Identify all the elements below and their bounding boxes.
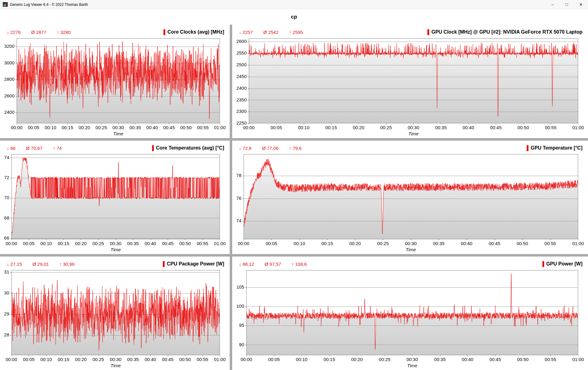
chart-header: ↓ 2257 Ø 2542 ↑ 2595 GPU Clock [MHz] @ G…: [234, 27, 586, 36]
chart-legend: GPU Temperature [°C]: [527, 145, 582, 151]
log-file-name: cp: [291, 14, 297, 20]
charts-grid: ↓ 2276 Ø 2877 ↑ 3280 Core Clocks (avg) […: [0, 25, 588, 370]
chart-legend: GPU Power [W]: [542, 261, 582, 267]
chart-panel-gpu-temperature: ↓ 72,6 Ø 77,06 ↑ 79,6 GPU Temperature [°…: [232, 141, 588, 254]
chart-legend: GPU Clock [MHz] @ GPU [#2]: NVIDIA GeFor…: [427, 29, 582, 35]
chart-header: ↓ 27,15 Ø 29,01 ↑ 30,96 CPU Package Powe…: [2, 259, 227, 268]
file-header: cp: [0, 9, 588, 25]
chart-panel-gpu-clock: ↓ 2257 Ø 2542 ↑ 2595 GPU Clock [MHz] @ G…: [232, 25, 588, 138]
chart-title: CPU Package Power [W]: [167, 261, 224, 267]
chart-panel-core-temperatures: ↓ 66 Ø 70,67 ↑ 74 Core Temperatures (avg…: [0, 141, 230, 254]
stat-avg: Ø 2877: [31, 30, 46, 35]
plot-canvas-cpu-package-power[interactable]: [2, 268, 227, 369]
chart-stats: ↓ 2257 Ø 2542 ↑ 2595: [239, 30, 303, 35]
legend-color-bar: [163, 261, 165, 267]
stat-max: ↑ 2595: [289, 30, 303, 35]
chart-title: Core Clocks (avg) [MHz]: [167, 29, 224, 35]
stat-avg: Ø 29,01: [32, 261, 49, 267]
stat-avg: Ø 2542: [263, 30, 278, 35]
stat-avg: Ø 77,06: [262, 146, 278, 151]
stat-max: ↑ 74: [53, 146, 62, 151]
plot-canvas-core-temperatures[interactable]: [2, 152, 227, 253]
chart-panel-core-clocks: ↓ 2276 Ø 2877 ↑ 3280 Core Clocks (avg) […: [0, 25, 230, 138]
chart-legend: CPU Package Power [W]: [163, 261, 224, 267]
stat-min: ↓ 66: [7, 146, 15, 151]
window-title: Generic Log Viewer 6.4 - © 2022 Thomas B…: [10, 2, 88, 7]
stat-max: ↑ 3280: [57, 30, 71, 35]
app-icon: [3, 2, 8, 7]
chart-header: ↓ 66 Ø 70,67 ↑ 74 Core Temperatures (avg…: [2, 143, 227, 152]
chart-stats: ↓ 27,15 Ø 29,01 ↑ 30,96: [7, 261, 75, 267]
chart-stats: ↓ 66 Ø 70,67 ↑ 74: [7, 146, 62, 151]
chart-header: ↓ 72,6 Ø 77,06 ↑ 79,6 GPU Temperature [°…: [234, 143, 586, 152]
chart-title: GPU Temperature [°C]: [531, 145, 582, 151]
maximize-button[interactable]: □: [560, 0, 574, 9]
plot-canvas-core-clocks[interactable]: [2, 36, 227, 138]
window-titlebar: Generic Log Viewer 6.4 - © 2022 Thomas B…: [0, 0, 588, 9]
stat-min: ↓ 27,15: [7, 261, 22, 267]
stat-avg: Ø 70,67: [26, 146, 42, 151]
legend-color-bar: [163, 29, 165, 35]
stat-max: ↑ 30,96: [60, 261, 75, 267]
stat-max: ↑ 108,6: [292, 261, 307, 267]
chart-stats: ↓ 88,12 Ø 97,57 ↑ 108,6: [239, 261, 307, 267]
plot-canvas-gpu-temperature[interactable]: [234, 152, 586, 253]
chart-title: Core Temperatures (avg) [°C]: [156, 145, 224, 151]
chart-legend: Core Clocks (avg) [MHz]: [163, 29, 224, 35]
legend-color-bar: [427, 29, 429, 35]
chart-panel-gpu-power: ↓ 88,12 Ø 97,57 ↑ 108,6 GPU Power [W]: [232, 257, 588, 370]
chart-title: GPU Clock [MHz] @ GPU [#2]: NVIDIA GeFor…: [431, 29, 582, 35]
stat-min: ↓ 2276: [7, 30, 21, 35]
close-button[interactable]: ✕: [574, 0, 588, 9]
legend-color-bar: [527, 145, 528, 151]
stat-avg: Ø 97,57: [265, 261, 281, 267]
chart-header: ↓ 2276 Ø 2877 ↑ 3280 Core Clocks (avg) […: [2, 27, 227, 36]
chart-stats: ↓ 72,6 Ø 77,06 ↑ 79,6: [239, 146, 302, 151]
chart-header: ↓ 88,12 Ø 97,57 ↑ 108,6 GPU Power [W]: [234, 259, 586, 268]
stat-min: ↓ 88,12: [239, 261, 254, 267]
chart-legend: Core Temperatures (avg) [°C]: [152, 145, 224, 151]
stat-min: ↓ 2257: [239, 30, 253, 35]
stat-min: ↓ 72,6: [239, 146, 252, 151]
minimize-button[interactable]: –: [545, 0, 560, 9]
plot-canvas-gpu-power[interactable]: [234, 268, 586, 369]
plot-canvas-gpu-clock[interactable]: [234, 36, 586, 138]
legend-color-bar: [152, 145, 154, 151]
chart-title: GPU Power [W]: [546, 261, 582, 267]
window-controls: – □ ✕: [545, 0, 588, 9]
chart-stats: ↓ 2276 Ø 2877 ↑ 3280: [7, 30, 71, 35]
chart-panel-cpu-package-power: ↓ 27,15 Ø 29,01 ↑ 30,96 CPU Package Powe…: [0, 257, 230, 370]
legend-color-bar: [542, 261, 544, 267]
stat-max: ↑ 79,6: [289, 146, 302, 151]
